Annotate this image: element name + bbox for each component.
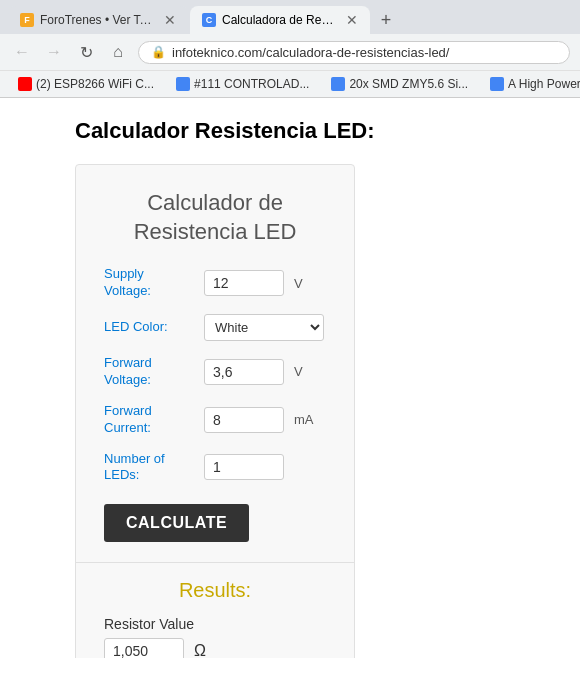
address-bar: ← → ↻ ⌂ 🔒 infoteknico.com/calculadora-de… (0, 34, 580, 70)
bookmark-1[interactable]: (2) ESP8266 WiFi C... (10, 75, 162, 93)
tab-favicon-calc: C (202, 13, 216, 27)
url-text: infoteknico.com/calculadora-de-resistenc… (172, 45, 449, 60)
num-leds-row: Number of LEDs: (104, 451, 326, 485)
supply-voltage-label: Supply Voltage: (104, 266, 194, 300)
tab-bar: F ForoTrenes • Ver Tema - Duda se... ✕ C… (0, 0, 580, 34)
lock-icon: 🔒 (151, 45, 166, 59)
resistor-value-input[interactable] (104, 638, 184, 658)
browser-chrome: F ForoTrenes • Ver Tema - Duda se... ✕ C… (0, 0, 580, 98)
forward-button[interactable]: → (42, 40, 66, 64)
supply-voltage-input[interactable] (204, 270, 284, 296)
bookmark-favicon-1 (18, 77, 32, 91)
tab-forum[interactable]: F ForoTrenes • Ver Tema - Duda se... ✕ (8, 6, 188, 34)
card-title-line1: Calculador de (147, 190, 283, 215)
new-tab-button[interactable]: + (372, 6, 400, 34)
bookmark-3[interactable]: 20x SMD ZMY5.6 Si... (323, 75, 476, 93)
bookmarks-bar: (2) ESP8266 WiFi C... #111 CONTROLAD... … (0, 70, 580, 97)
calculator-card: Calculador de Resistencia LED Supply Vol… (75, 164, 355, 658)
bookmark-4[interactable]: A High Power DCC... (482, 75, 580, 93)
forward-voltage-label: Forward Voltage: (104, 355, 194, 389)
forward-voltage-input[interactable] (204, 359, 284, 385)
bookmark-label-3: 20x SMD ZMY5.6 Si... (349, 77, 468, 91)
num-leds-label: Number of LEDs: (104, 451, 194, 485)
forward-current-unit: mA (294, 412, 314, 427)
main-content: Calculador Resistencia LED: Calculador d… (75, 98, 580, 658)
resistor-label: Resistor Value (104, 616, 326, 632)
supply-voltage-row: Supply Voltage: V (104, 266, 326, 300)
url-bar[interactable]: 🔒 infoteknico.com/calculadora-de-resiste… (138, 41, 570, 64)
bookmark-label-4: A High Power DCC... (508, 77, 580, 91)
card-title: Calculador de Resistencia LED (104, 189, 326, 246)
card-title-line2: Resistencia LED (134, 219, 297, 244)
forward-current-row: Forward Current: mA (104, 403, 326, 437)
bookmark-favicon-4 (490, 77, 504, 91)
calculate-button[interactable]: CALCULATE (104, 504, 249, 542)
bookmark-label-2: #111 CONTROLAD... (194, 77, 309, 91)
bookmark-label-1: (2) ESP8266 WiFi C... (36, 77, 154, 91)
forward-voltage-row: Forward Voltage: V (104, 355, 326, 389)
supply-voltage-unit: V (294, 276, 303, 291)
tab-label-calc: Calculadora de Resistencias LED (222, 13, 336, 27)
tab-calc[interactable]: C Calculadora de Resistencias LED ✕ (190, 6, 370, 34)
bookmark-favicon-2 (176, 77, 190, 91)
bookmark-2[interactable]: #111 CONTROLAD... (168, 75, 317, 93)
page-content: Calculador Resistencia LED: Calculador d… (0, 98, 580, 658)
back-button[interactable]: ← (10, 40, 34, 64)
tab-favicon-forum: F (20, 13, 34, 27)
left-sidebar (0, 98, 75, 658)
led-color-row: LED Color: White Red Green Blue Yellow (104, 314, 326, 341)
refresh-button[interactable]: ↻ (74, 40, 98, 64)
page-title: Calculador Resistencia LED: (75, 118, 560, 144)
forward-voltage-unit: V (294, 364, 303, 379)
home-button[interactable]: ⌂ (106, 40, 130, 64)
num-leds-input[interactable] (204, 454, 284, 480)
results-title: Results: (104, 579, 326, 602)
tab-close-calc[interactable]: ✕ (346, 12, 358, 28)
forward-current-label: Forward Current: (104, 403, 194, 437)
resistor-value-row: Ω (104, 638, 326, 658)
led-color-select[interactable]: White Red Green Blue Yellow (204, 314, 324, 341)
led-color-label: LED Color: (104, 319, 194, 336)
tab-label-forum: ForoTrenes • Ver Tema - Duda se... (40, 13, 154, 27)
bookmark-favicon-3 (331, 77, 345, 91)
tab-close-forum[interactable]: ✕ (164, 12, 176, 28)
results-section: Results: Resistor Value Ω (76, 562, 354, 658)
resistor-unit: Ω (194, 642, 206, 658)
forward-current-input[interactable] (204, 407, 284, 433)
